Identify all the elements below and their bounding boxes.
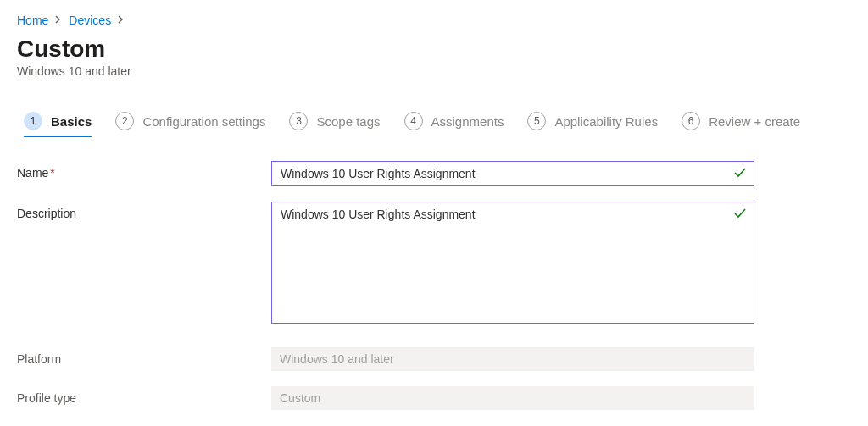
tab-basics[interactable]: 1 Basics — [24, 112, 92, 137]
tab-review-create[interactable]: 6 Review + create — [682, 112, 800, 137]
platform-label: Platform — [17, 347, 271, 366]
tab-label: Scope tags — [316, 114, 380, 129]
page-title: Custom — [17, 36, 851, 63]
tab-applicability-rules[interactable]: 5 Applicability Rules — [527, 112, 658, 137]
description-textarea[interactable] — [271, 202, 754, 324]
tab-step-number: 4 — [404, 112, 423, 130]
breadcrumb-devices[interactable]: Devices — [69, 14, 111, 27]
tab-scope-tags[interactable]: 3 Scope tags — [289, 112, 380, 137]
tab-step-number: 1 — [24, 112, 42, 130]
profile-type-value — [271, 386, 754, 410]
tab-step-number: 3 — [289, 112, 308, 130]
profile-type-label: Profile type — [17, 386, 271, 405]
name-label: Name* — [17, 161, 271, 180]
tab-label: Configuration settings — [142, 114, 265, 129]
chevron-right-icon — [55, 14, 62, 26]
tab-label: Review + create — [709, 114, 800, 129]
chevron-right-icon — [118, 14, 125, 26]
tab-label: Applicability Rules — [554, 114, 658, 129]
description-label: Description — [17, 202, 271, 220]
form-row-name: Name* — [17, 161, 851, 186]
platform-value — [271, 347, 754, 371]
required-asterisk: * — [50, 166, 54, 180]
tab-step-number: 5 — [527, 112, 546, 130]
page-subtitle: Windows 10 and later — [17, 64, 851, 78]
tab-step-number: 6 — [682, 112, 700, 130]
tab-assignments[interactable]: 4 Assignments — [404, 112, 504, 137]
tab-configuration-settings[interactable]: 2 Configuration settings — [115, 112, 265, 137]
tab-label: Basics — [51, 114, 92, 129]
form-row-description: Description — [17, 202, 851, 327]
form-row-profile-type: Profile type — [17, 386, 851, 410]
wizard-tabs: 1 Basics 2 Configuration settings 3 Scop… — [17, 112, 851, 137]
tab-label: Assignments — [431, 114, 504, 129]
breadcrumb: Home Devices — [17, 14, 851, 27]
form-row-platform: Platform — [17, 347, 851, 371]
name-input[interactable] — [271, 161, 754, 186]
breadcrumb-home[interactable]: Home — [17, 14, 48, 27]
tab-step-number: 2 — [115, 112, 134, 130]
